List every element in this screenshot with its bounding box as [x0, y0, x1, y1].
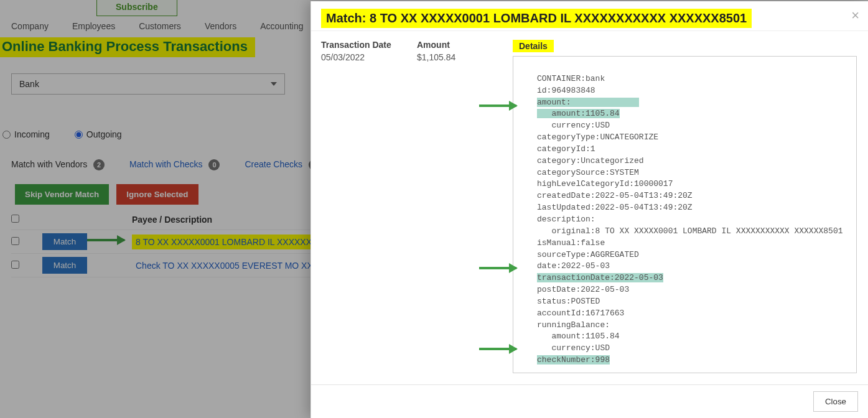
amount-label: Amount	[417, 40, 510, 50]
detail-line: currency:USD	[551, 343, 610, 353]
detail-line: sourceType:AGGREGATED	[537, 250, 639, 259]
annotation-arrow-icon	[479, 104, 516, 107]
detail-line: categoryId:1	[537, 144, 595, 154]
detail-line: accountId:16717663	[537, 309, 624, 318]
detail-line: postDate:2022-05-03	[537, 285, 629, 294]
detail-line-check-number: checkNumber:998	[537, 355, 610, 365]
detail-line: original:8 TO XX XXXXX0001 LOMBARD IL XX…	[551, 226, 842, 236]
detail-line: status:POSTED	[537, 297, 600, 306]
detail-line: isManual:false	[537, 238, 605, 248]
detail-line: createdDate:2022-05-04T13:49:20Z	[537, 191, 693, 200]
detail-line-transaction-date: transactionDate:2022-05-03	[537, 273, 663, 282]
detail-line: date:2022-05-03	[537, 261, 610, 271]
detail-line-amount-header: amount:	[537, 98, 571, 107]
transaction-date-label: Transaction Date	[321, 40, 414, 50]
detail-line: currency:USD	[551, 121, 610, 130]
modal-title: Match: 8 TO XX XXXXX0001 LOMBARD IL XXXX…	[321, 9, 752, 28]
detail-line: category:Uncategorized	[537, 156, 644, 165]
close-button[interactable]: Close	[813, 391, 858, 412]
detail-line: amount:1105.84	[551, 332, 619, 341]
detail-line: highLevelCategoryId:10000017	[537, 179, 673, 188]
detail-line: categoryType:UNCATEGORIZE	[537, 132, 658, 142]
close-icon[interactable]: ×	[851, 7, 859, 24]
match-detail-modal: Match: 8 TO XX XXXXX0001 LOMBARD IL XXXX…	[310, 1, 868, 418]
detail-line: description:	[537, 215, 595, 224]
detail-line: runningBalance:	[537, 320, 610, 330]
detail-line-amount: amount:1105.84	[551, 109, 619, 118]
detail-line: CONTAINER:bank	[537, 74, 605, 83]
annotation-arrow-icon	[479, 267, 516, 269]
transaction-date-value: 05/03/2022	[321, 52, 414, 62]
details-raw: CONTAINER:bank id:964983848 amount: amou…	[513, 56, 857, 373]
detail-line: lastUpdated:2022-05-04T13:49:20Z	[537, 203, 693, 212]
annotation-arrow-icon	[479, 348, 516, 350]
details-header: Details	[513, 40, 554, 52]
detail-line: categorySource:SYSTEM	[537, 168, 639, 177]
amount-value: $1,105.84	[417, 52, 510, 62]
detail-line: id:964983848	[537, 86, 595, 95]
